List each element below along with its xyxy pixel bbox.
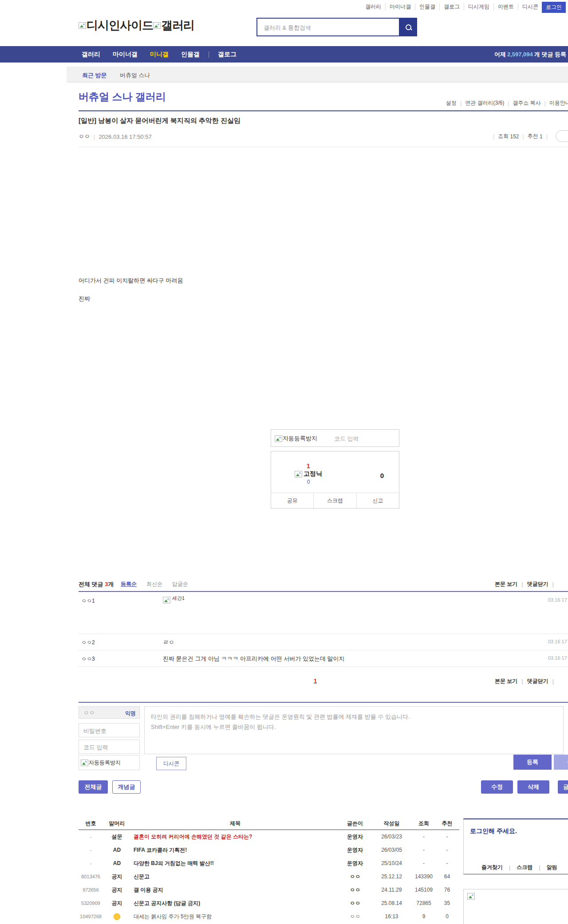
submit-comment-button[interactable]: 등록 — [513, 755, 552, 770]
cell-author[interactable]: ㅇㅇ — [339, 870, 371, 883]
cell-author[interactable]: ㅇㅇ — [339, 897, 371, 910]
related-galleries-link[interactable]: 연관 갤러리(3/6) — [465, 99, 504, 107]
tab-favorites[interactable]: 즐겨찾기 — [481, 864, 503, 871]
breadcrumb-current-gallery[interactable]: 버츄얼 스나 — [120, 71, 150, 79]
board-row: 972656공지갤 이용 공지ㅇㅇ24.11.2914510976 — [79, 883, 459, 897]
concept-posts-button[interactable]: 개념글 — [112, 780, 141, 794]
topbar-link-person[interactable]: 인물갤 — [415, 3, 439, 11]
broken-image-icon — [163, 597, 170, 603]
post-link[interactable]: 신문고 공지사항 (답글 금지) — [134, 900, 200, 906]
sort-newest[interactable]: 최신순 — [146, 580, 162, 588]
main-nav: 갤러리 마이너갤 미니갤 인물갤 갤로그 어제 2,597,094 개 댓글 등… — [0, 46, 568, 63]
nav-item-gallog[interactable]: 갤로그 — [212, 51, 243, 59]
all-posts-button[interactable]: 전체글 — [79, 780, 108, 794]
cell-author[interactable]: 운영자 — [339, 830, 371, 844]
topbar-link-event[interactable]: 이벤트 — [493, 3, 518, 11]
comments-divider — [79, 591, 568, 592]
sort-replies[interactable]: 답글순 — [172, 580, 188, 588]
comments-header: 전체 댓글 3개 등록순 최신순 답글순 본문 보기 댓글닫기 — [79, 579, 568, 591]
upvote-count[interactable]: 1 — [284, 462, 333, 470]
views-count: 152 — [510, 133, 519, 140]
likes-label: 추천 — [528, 133, 538, 140]
cell-date: 24.11.29 — [371, 883, 413, 897]
cell-likes: - — [435, 843, 459, 857]
comment-captcha-input[interactable] — [83, 744, 133, 751]
scrap-button[interactable]: 스크랩 — [313, 493, 356, 508]
post-link[interactable]: FIFA 코카콜라 기획전! — [134, 847, 187, 853]
cell-author[interactable]: ㅇㅇ — [339, 883, 371, 897]
page-number[interactable]: 1 — [314, 677, 317, 684]
report-button[interactable]: 신고 — [356, 493, 399, 508]
post-link[interactable]: 대세는 붉사임 주가 5만원 복구함 — [134, 913, 212, 920]
post-link[interactable]: 결혼이 오히려 커리어에 손해였던 것 같은 스타는? — [134, 834, 252, 840]
search-button[interactable] — [400, 18, 417, 36]
topbar-link-gallog[interactable]: 갤로그 — [439, 3, 464, 11]
comment-sort-options: 등록순 최신순 답글순 — [121, 580, 198, 588]
nickname-input[interactable] — [83, 709, 120, 716]
placeholder-line: 타인의 권리를 침해하거나 명예를 훼손하는 댓글은 운영원칙 및 관련 법률에… — [151, 712, 563, 722]
cell-likes: - — [435, 830, 459, 844]
delete-button[interactable]: 삭제 — [517, 780, 549, 794]
edit-button[interactable]: 수정 — [481, 780, 513, 794]
nav-item-minor[interactable]: 마이너갤 — [106, 51, 144, 59]
comment-bubble-button[interactable] — [556, 130, 568, 142]
settings-link[interactable]: 설정 — [446, 99, 457, 107]
close-comments-link[interactable]: 댓글닫기 — [527, 580, 548, 588]
cell-number: 5320909 — [79, 897, 103, 910]
post-link[interactable]: 다양한 BJ의 거침없는 매력 발산!! — [134, 860, 214, 866]
comment-textarea[interactable]: 타인의 권리를 침해하거나 명예를 훼손하는 댓글은 운영원칙 및 관련 법률에… — [144, 706, 564, 754]
post-author[interactable]: ㅇㅇ — [79, 133, 90, 141]
usage-guide-link[interactable]: 이용안내 — [549, 99, 568, 107]
comment-form-divider — [79, 702, 568, 703]
search-input[interactable] — [263, 20, 389, 35]
site-logo[interactable]: 디시인사이드 갤러리 — [79, 18, 194, 33]
cell-title: 결혼이 오히려 커리어에 손해였던 것 같은 스타는? — [131, 830, 339, 844]
divider — [90, 133, 99, 140]
cell-author[interactable]: 운영자 — [339, 843, 371, 857]
recent-visit-label[interactable]: 최근 방문 — [82, 71, 107, 79]
comment-captcha-image: 자동등록방지 — [79, 755, 140, 770]
cell-author[interactable]: ㅇㅇ — [339, 910, 371, 923]
topbar-link-dccon[interactable]: 디시콘 — [518, 3, 542, 11]
captcha-code-input[interactable] — [333, 433, 397, 444]
cell-title: FIFA 코카콜라 기획전! — [131, 843, 339, 857]
copy-url-link[interactable]: 갤주소 복사 — [513, 99, 540, 107]
cell-number: - — [79, 830, 103, 844]
share-button[interactable]: 공유 — [271, 493, 313, 508]
post-link[interactable]: 신문고 — [134, 873, 150, 880]
comment-author[interactable]: ㅇㅇ3 — [81, 655, 95, 663]
col-views: 조회 — [413, 817, 435, 830]
comment-counter: 어제 2,597,094 개 댓글 등록 — [494, 46, 566, 63]
downvote-count[interactable]: 0 — [380, 472, 384, 479]
col-category: 말머리 — [103, 817, 131, 830]
sort-registered[interactable]: 등록순 — [121, 580, 137, 588]
emoji-icon — [114, 913, 120, 920]
cell-category: 공지 — [103, 897, 131, 910]
close-comments-link[interactable]: 댓글닫기 — [527, 677, 548, 685]
view-post-link[interactable]: 본문 보기 — [495, 677, 517, 685]
nav-item-person[interactable]: 인물갤 — [175, 51, 206, 59]
write-button[interactable]: 글쓰기 — [558, 780, 568, 794]
nav-item-mini[interactable]: 미니갤 — [144, 51, 175, 59]
post-link[interactable]: 갤 이용 공지 — [134, 887, 163, 893]
topbar-link-dcgame[interactable]: 디시게임 — [464, 3, 493, 11]
nav-item-gallery[interactable]: 갤러리 — [75, 51, 106, 59]
comments-total: 전체 댓글 3개 — [79, 580, 114, 588]
submit-comment-button-secondary[interactable]: 등록 — [554, 755, 568, 770]
board-row: -AD다양한 BJ의 거침없는 매력 발산!!운영자25/10/24-- — [79, 857, 459, 870]
tab-alerts[interactable]: 알림 — [547, 864, 557, 871]
comment-author[interactable]: ㅇㅇ1 — [81, 597, 95, 605]
cell-views: - — [413, 830, 435, 844]
dccon-button[interactable]: 디시콘 — [156, 757, 186, 770]
topbar-link-gallery[interactable]: 갤러리 — [361, 3, 385, 11]
cell-author[interactable]: 운영자 — [339, 857, 371, 870]
view-post-link[interactable]: 본문 보기 — [495, 580, 517, 588]
password-input[interactable] — [83, 727, 133, 735]
tab-scrap[interactable]: 스크랩 — [517, 864, 532, 871]
comment-author[interactable]: ㅇㅇ2 — [81, 639, 95, 646]
anonymous-toggle[interactable]: 익명 — [125, 710, 136, 717]
login-button[interactable]: 로그인 — [542, 2, 566, 13]
cell-likes: 64 — [435, 870, 459, 883]
gallery-title[interactable]: 버츄얼 스나 갤러리 — [79, 90, 166, 104]
topbar-link-minor[interactable]: 마이너갤 — [385, 3, 415, 11]
